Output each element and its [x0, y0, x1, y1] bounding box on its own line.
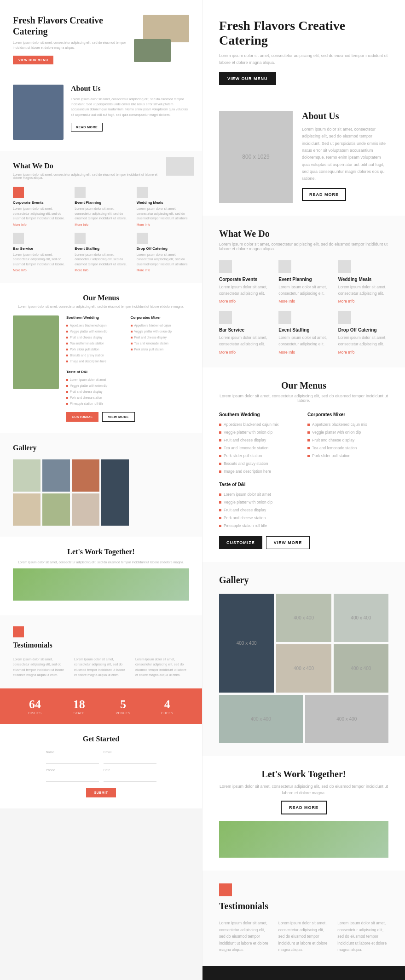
left-stat-2: 18 STAFF — [57, 698, 101, 715]
left-testimonial-3-text: Lorem ipsum dolor sit amet, consectetur … — [135, 657, 189, 677]
left-service-6-text: Lorem ipsum dolor sit amet, consectetur … — [137, 252, 189, 267]
left-service-2-link[interactable]: More Info — [75, 223, 127, 226]
left-stat-4-label: CHEFS — [145, 711, 189, 715]
left-hero-subtitle: Lorem ipsum dolor sit amet, consectetur … — [13, 40, 127, 50]
right-work-heading: Let's Work Together! — [219, 769, 388, 779]
left-service-4: Bar Service Lorem ipsum dolor sit amet, … — [13, 233, 65, 272]
left-menu-southern-items: Appetizers blackened cajun Veggie platte… — [66, 322, 125, 364]
left-field-phone-input[interactable] — [46, 774, 99, 782]
left-field-date-label: Date — [104, 768, 156, 772]
right-service-6-text: Lorem ipsum dolor sit amet, consectetur … — [338, 335, 388, 347]
right-service-3-link[interactable]: More Info — [338, 299, 388, 304]
left-service-5-text: Lorem ipsum dolor sit amet, consectetur … — [75, 252, 127, 267]
left-menu-southern-title: Southern Wedding — [66, 315, 125, 320]
left-menu-corporate-items: Appetizers blackened cajun Veggie platte… — [131, 322, 190, 352]
left-service-6: Drop Off Catering Lorem ipsum dolor sit … — [137, 233, 189, 272]
left-customize-btn[interactable]: CUSTOMIZE — [66, 412, 98, 422]
right-stat-4-number: 4 — [346, 977, 388, 980]
left-field-email-input[interactable] — [104, 756, 156, 764]
left-service-1-link[interactable]: More Info — [13, 223, 65, 226]
left-service-4-link[interactable]: More Info — [13, 269, 65, 272]
left-service-6-title: Drop Off Catering — [137, 246, 189, 251]
left-hero-cta[interactable]: VIEW OUR MENU — [13, 56, 53, 64]
left-gallery-heading: Gallery — [13, 444, 189, 452]
left-service-2-text: Lorem ipsum dolor sit amet, consectetur … — [75, 206, 127, 221]
left-gallery-item-7 — [72, 493, 99, 526]
left-wwd-subtitle: Lorem ipsum dolor sit amet, consectetur … — [13, 173, 189, 179]
left-about-heading: About Us — [71, 85, 189, 93]
left-field-date-input[interactable] — [104, 774, 156, 782]
right-stat-2-number: 18 — [261, 977, 304, 980]
right-testimonial-1-text: Lorem ipsum dolor sit amet, consectetur … — [219, 920, 270, 953]
right-work-cta[interactable]: READ MORE — [281, 801, 327, 814]
left-work-section: Let's Work Together! Lorem ipsum dolor s… — [0, 537, 202, 615]
right-service-5-link[interactable]: More Info — [278, 350, 329, 355]
right-about-cta[interactable]: READ MORE — [302, 188, 346, 201]
left-service-5-link[interactable]: More Info — [75, 269, 127, 272]
left-stat-3-label: VENUES — [101, 711, 145, 715]
left-testimonial-2: Lorem ipsum dolor sit amet, consectetur … — [74, 657, 128, 677]
left-stat-1: 64 DISHES — [13, 698, 57, 715]
right-service-1-icon — [219, 260, 232, 273]
right-gallery-item-7: 400 x 400 — [305, 695, 389, 743]
left-service-3-link[interactable]: More Info — [137, 223, 189, 226]
right-hero-cta[interactable]: VIEW OUR MENU — [219, 72, 276, 85]
left-view-more-btn[interactable]: VIEW MORE — [102, 412, 135, 422]
right-stat-4: 4 CHEFS — [346, 977, 388, 980]
right-stat-3: 5 VENUES — [304, 977, 346, 980]
left-service-1-title: Corporate Events — [13, 201, 65, 205]
right-view-more-btn[interactable]: VIEW MORE — [266, 536, 310, 549]
right-service-6-link[interactable]: More Info — [338, 350, 388, 355]
right-gallery-item-3-tall: 400 x 400 — [219, 594, 274, 693]
right-wwd-section: What We Do Lorem ipsum dolor sit amet, c… — [202, 216, 405, 367]
left-about-text: Lorem ipsum dolor sit amet, consectetur … — [71, 97, 189, 117]
right-gallery-section: Gallery 400 x 400 400 x 400 400 x 400 40… — [202, 562, 405, 756]
right-service-1-title: Corporate Events — [219, 277, 269, 282]
left-stat-3: 5 VENUES — [101, 698, 145, 715]
left-hero-section: Fresh Flavors Creative Catering Lorem ip… — [0, 0, 202, 74]
left-hero-image-top — [143, 15, 189, 42]
left-work-text: Lorem ipsum dolor sit amet, consectetur … — [13, 560, 189, 565]
left-work-image — [13, 568, 189, 601]
left-services-grid: Corporate Events Lorem ipsum dolor sit a… — [13, 187, 189, 272]
right-gallery-item-1: 400 x 400 — [276, 594, 331, 642]
right-menu-corporate-title: Corporates Mixer — [307, 412, 388, 417]
left-gallery-section: Gallery — [0, 433, 202, 537]
left-service-2: Event Planning Lorem ipsum dolor sit ame… — [75, 187, 127, 226]
left-stat-2-number: 18 — [57, 698, 101, 711]
left-wwd-image — [166, 157, 194, 176]
right-service-6-icon — [338, 311, 351, 324]
right-customize-btn[interactable]: CUSTOMIZE — [219, 536, 262, 549]
left-service-3-icon — [137, 187, 148, 198]
left-service-2-title: Event Planning — [75, 201, 127, 205]
left-service-1-icon — [13, 187, 24, 198]
left-field-phone-label: Phone — [46, 768, 99, 772]
right-service-2: Event Planning Lorem ipsum dolor sit ame… — [278, 260, 329, 304]
left-about-cta[interactable]: READ MORE — [71, 123, 103, 132]
right-testimonial-2-text: Lorem ipsum dolor sit amet, consectetur … — [278, 920, 330, 953]
right-service-2-icon — [278, 260, 291, 273]
right-service-1-link[interactable]: More Info — [219, 299, 269, 304]
left-hero-title: Fresh Flavors Creative Catering — [13, 15, 127, 37]
right-detail-panel: Fresh Flavors Creative Catering Lorem ip… — [202, 0, 405, 980]
left-menu-corporate-title: Corporates Mixer — [131, 315, 190, 320]
left-service-5: Event Staffing Lorem ipsum dolor sit ame… — [75, 233, 127, 272]
left-gallery-item-4 — [101, 459, 129, 526]
left-service-4-icon — [13, 233, 24, 244]
right-menus-section: Our Menus Lorem ipsum dolor sit amet, co… — [202, 367, 405, 562]
right-service-4-link[interactable]: More Info — [219, 350, 269, 355]
left-submit-btn[interactable]: SUBMIT — [86, 788, 116, 797]
left-menus-heading: Our Menus — [13, 294, 189, 302]
right-service-2-link[interactable]: More Info — [278, 299, 329, 304]
left-service-1: Corporate Events Lorem ipsum dolor sit a… — [13, 187, 65, 226]
right-testimonial-3: Lorem ipsum dolor sit amet, consectetur … — [337, 920, 388, 953]
right-service-1: Corporate Events Lorem ipsum dolor sit a… — [219, 260, 269, 304]
left-service-6-link[interactable]: More Info — [137, 269, 189, 272]
left-testimonials-heading: Testimonials — [13, 641, 189, 649]
left-stat-4: 4 CHEFS — [145, 698, 189, 715]
left-field-name-input[interactable] — [46, 756, 99, 764]
right-work-text: Lorem ipsum dolor sit amet, consectetur … — [219, 783, 388, 797]
left-service-1-text: Lorem ipsum dolor sit amet, consectetur … — [13, 206, 65, 221]
left-menus-image — [13, 315, 59, 389]
left-gallery-item-2 — [42, 459, 70, 492]
